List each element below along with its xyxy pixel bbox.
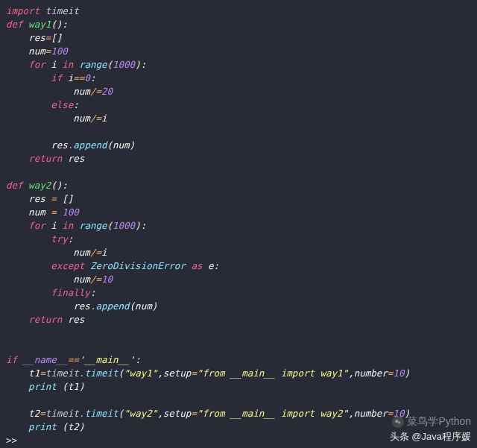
code-line: num=100 bbox=[6, 45, 68, 57]
code-line: res.append(num) bbox=[6, 139, 135, 151]
code-line bbox=[6, 166, 12, 177]
code-line: else: bbox=[6, 99, 79, 110]
code-line: if __name__=='__main__': bbox=[6, 354, 141, 365]
code-line: import timeit bbox=[6, 5, 79, 16]
code-line: print (t1) bbox=[6, 381, 84, 392]
code-line bbox=[6, 394, 12, 406]
code-line: finally: bbox=[6, 287, 95, 298]
code-line bbox=[6, 126, 12, 137]
code-line: num/=i bbox=[6, 113, 107, 124]
code-line: try: bbox=[6, 233, 73, 244]
code-line: t1=timeit.timeit("way1",setup="from __ma… bbox=[6, 367, 410, 379]
code-line: if i==0: bbox=[6, 72, 95, 83]
output-line: >> bbox=[6, 435, 17, 446]
code-line: def way1(): bbox=[6, 19, 68, 30]
code-line: return res bbox=[6, 314, 84, 325]
code-line: except ZeroDivisionError as e: bbox=[6, 260, 219, 271]
code-line bbox=[6, 341, 12, 352]
code-line: num/=i bbox=[6, 247, 107, 258]
code-line: num/=10 bbox=[6, 274, 113, 285]
code-line: res = [] bbox=[6, 193, 73, 204]
code-line: res=[] bbox=[6, 32, 62, 43]
code-line: num = 100 bbox=[6, 206, 79, 218]
code-line: res.append(num) bbox=[6, 300, 157, 312]
code-line: return res bbox=[6, 153, 84, 164]
code-line: for i in range(1000): bbox=[6, 59, 146, 70]
code-line: def way2(): bbox=[6, 180, 68, 191]
code-line: t2=timeit.timeit("way2",setup="from __ma… bbox=[6, 408, 410, 419]
code-line bbox=[6, 327, 12, 338]
code-line: for i in range(1000): bbox=[6, 220, 146, 231]
code-line: print (t2) bbox=[6, 421, 84, 432]
code-block: import timeit def way1(): res=[] num=100… bbox=[0, 0, 477, 448]
code-line: num/=20 bbox=[6, 86, 113, 97]
